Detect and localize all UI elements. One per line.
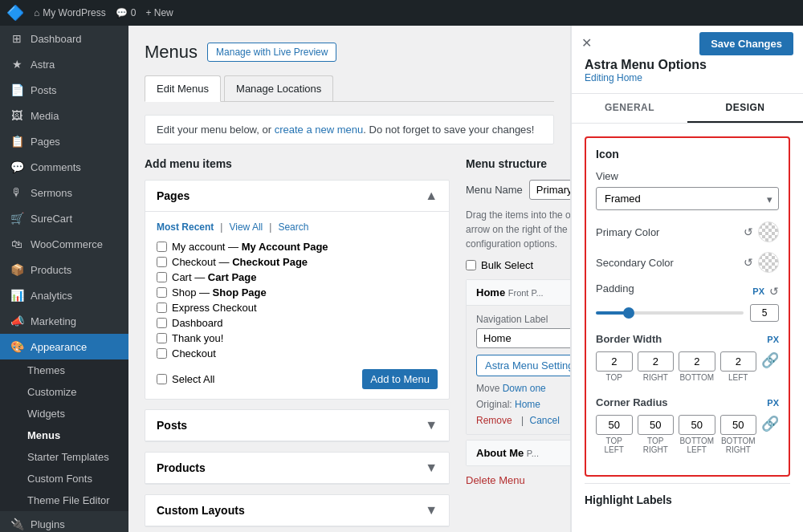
secondary-color-reset-icon[interactable]: ↺ xyxy=(744,256,753,269)
tab-view-all[interactable]: View All xyxy=(229,221,263,233)
view-select[interactable]: Framed None Default Circle xyxy=(596,187,779,210)
comments-count[interactable]: 💬 0 xyxy=(116,7,137,18)
sidebar-item-menus[interactable]: Menus xyxy=(0,424,128,446)
pages-panel-title: Pages xyxy=(157,189,190,202)
tab-edit-menus[interactable]: Edit Menus xyxy=(145,75,221,102)
sidebar-item-sermons[interactable]: 🎙 Sermons xyxy=(0,180,128,205)
sidebar-item-theme-file-editor[interactable]: Theme File Editor xyxy=(0,489,128,511)
sidebar-item-astra[interactable]: ★ Astra xyxy=(0,51,128,77)
nav-label-input[interactable] xyxy=(476,328,570,348)
sidebar-item-woocommerce[interactable]: 🛍 WooCommerce xyxy=(0,231,128,257)
save-changes-button[interactable]: Save Changes xyxy=(699,32,793,55)
posts-icon: 📄 xyxy=(10,83,24,96)
corner-bottom-left-input[interactable] xyxy=(679,415,715,435)
bulk-select-row: Bulk Select xyxy=(466,259,570,271)
tab-most-recent[interactable]: Most Recent xyxy=(157,221,214,233)
close-icon[interactable]: ✕ xyxy=(581,35,592,51)
custom-layouts-panel-header[interactable]: Custom Layouts ▼ xyxy=(145,495,449,526)
padding-value-input[interactable] xyxy=(750,304,779,322)
border-top-input[interactable] xyxy=(596,351,633,372)
products-toggle-icon[interactable]: ▼ xyxy=(425,461,438,475)
comment-icon: 💬 xyxy=(116,7,128,18)
sidebar-item-themes[interactable]: Themes xyxy=(0,359,128,381)
select-all-checkbox[interactable] xyxy=(157,374,167,384)
page-item-express-checkout[interactable]: Express Checkout xyxy=(157,300,438,315)
select-all-label[interactable]: Select All xyxy=(157,373,214,385)
site-name[interactable]: ⌂ My WordPress xyxy=(34,7,106,18)
wp-logo[interactable]: 🔷 xyxy=(6,4,24,22)
page-item-checkout2[interactable]: Checkout xyxy=(157,346,438,361)
sidebar-item-widgets[interactable]: Widgets xyxy=(0,403,128,424)
posts-panel-header[interactable]: Posts ▼ xyxy=(145,410,449,441)
page-item-shop[interactable]: Shop — Shop Page xyxy=(157,285,438,300)
cancel-link[interactable]: Cancel xyxy=(530,415,560,426)
border-right-input[interactable] xyxy=(638,351,675,372)
bulk-select-label[interactable]: Bulk Select xyxy=(466,259,570,271)
overlay-tab-general[interactable]: GENERAL xyxy=(572,94,687,123)
products-panel-header[interactable]: Products ▼ xyxy=(145,453,449,484)
original-home-link[interactable]: Home xyxy=(515,399,540,410)
appearance-icon: 🎨 xyxy=(10,340,24,353)
secondary-color-controls: ↺ xyxy=(744,252,779,273)
page-item-thank-you[interactable]: Thank you! xyxy=(157,331,438,346)
menu-name-input[interactable] xyxy=(529,180,570,200)
sidebar-item-dashboard[interactable]: ⊞ Dashboard xyxy=(0,26,128,51)
corner-top-right-input[interactable] xyxy=(638,415,675,435)
padding-reset-icon[interactable]: ↺ xyxy=(769,285,779,298)
sidebar-item-pages[interactable]: 📋 Pages xyxy=(0,128,128,154)
delete-menu-link[interactable]: Delete Menu xyxy=(466,474,525,486)
menu-item-home-header[interactable]: Home Front P... ▲ xyxy=(467,280,570,305)
page-item-checkout[interactable]: Checkout — Checkout Page xyxy=(157,254,438,270)
tab-manage-locations[interactable]: Manage Locations xyxy=(224,75,333,101)
secondary-color-swatch[interactable] xyxy=(758,252,779,273)
border-bottom-input[interactable] xyxy=(679,351,715,372)
corner-bottom-right-label: BOTTOM RIGHT xyxy=(720,437,757,454)
sidebar-item-custom-fonts[interactable]: Custom Fonts xyxy=(0,468,128,489)
pages-icon: 📋 xyxy=(10,135,24,148)
primary-color-swatch[interactable] xyxy=(758,221,779,242)
new-content[interactable]: + New xyxy=(145,7,173,18)
border-right-cell: RIGHT xyxy=(638,351,675,382)
add-to-menu-button[interactable]: Add to Menu xyxy=(362,369,438,389)
padding-slider[interactable] xyxy=(596,311,744,315)
sidebar-item-marketing[interactable]: 📣 Marketing xyxy=(0,308,128,334)
posts-toggle-icon[interactable]: ▼ xyxy=(425,418,438,433)
pages-toggle-icon[interactable]: ▲ xyxy=(425,189,438,203)
bulk-select-checkbox[interactable] xyxy=(466,260,476,270)
corner-bottom-right-input[interactable] xyxy=(720,415,757,435)
sidebar-item-customize[interactable]: Customize xyxy=(0,381,128,403)
border-link-icon[interactable]: 🔗 xyxy=(761,351,779,369)
overlay-tab-design[interactable]: DESIGN xyxy=(687,94,803,123)
page-item-my-account[interactable]: My account — My Account Page xyxy=(157,239,438,254)
tab-search[interactable]: Search xyxy=(278,221,308,233)
sidebar-item-comments[interactable]: 💬 Comments xyxy=(0,154,128,180)
create-new-menu-link[interactable]: create a new menu xyxy=(275,124,364,136)
sidebar-item-surecart[interactable]: 🛒 SureCart xyxy=(0,205,128,231)
remove-link[interactable]: Remove xyxy=(476,415,512,426)
border-left-input[interactable] xyxy=(720,351,757,372)
move-down-one-link[interactable]: Down one xyxy=(503,383,546,394)
sidebar-item-appearance[interactable]: 🎨 Appearance xyxy=(0,334,128,359)
padding-label: Padding xyxy=(596,282,634,294)
sidebar-item-plugins[interactable]: 🔌 Plugins xyxy=(0,511,128,532)
corner-link-icon[interactable]: 🔗 xyxy=(761,415,779,433)
manage-live-preview-button[interactable]: Manage with Live Preview xyxy=(207,43,336,62)
sidebar-item-analytics[interactable]: 📊 Analytics xyxy=(0,282,128,308)
custom-layouts-toggle-icon[interactable]: ▼ xyxy=(425,503,438,518)
sidebar-item-media[interactable]: 🖼 Media xyxy=(0,103,128,128)
astra-menu-settings-button[interactable]: Astra Menu Settings xyxy=(476,355,570,376)
products-panel-title: Products xyxy=(157,461,206,474)
pages-panel-header[interactable]: Pages ▲ xyxy=(145,181,449,212)
primary-color-reset-icon[interactable]: ↺ xyxy=(744,225,753,238)
sidebar-item-posts[interactable]: 📄 Posts xyxy=(0,77,128,103)
corner-top-left-input[interactable] xyxy=(596,415,633,435)
menu-item-about-me-header[interactable]: About Me P... ▼ xyxy=(467,441,570,465)
woocommerce-icon: 🛍 xyxy=(10,238,24,250)
sidebar-item-starter-templates[interactable]: Starter Templates xyxy=(0,446,128,468)
sidebar: ⊞ Dashboard ★ Astra 📄 Posts 🖼 Media 📋 Pa… xyxy=(0,26,128,532)
page-item-cart[interactable]: Cart — Cart Page xyxy=(157,270,438,285)
page-item-dashboard[interactable]: Dashboard xyxy=(157,315,438,331)
page-tabs: Edit Menus Manage Locations xyxy=(145,75,554,102)
corner-radius-header: Corner Radius PX xyxy=(596,396,779,408)
sidebar-item-products[interactable]: 📦 Products xyxy=(0,257,128,282)
